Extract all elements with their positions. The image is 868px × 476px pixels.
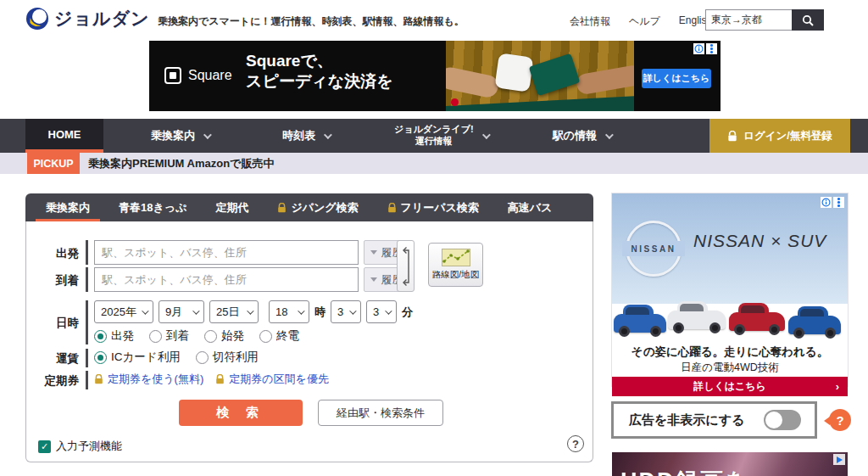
commuter-use-link[interactable]: 定期券を使う(無料) bbox=[94, 372, 203, 387]
year-select[interactable]: 2025年 bbox=[94, 300, 153, 323]
header-links: 会社情報 ヘルプ English bbox=[570, 14, 712, 29]
fare-radios: ICカード利用 切符利用 bbox=[94, 350, 259, 365]
tab-commuter-fare[interactable]: 定期代 bbox=[209, 193, 255, 221]
divider bbox=[86, 349, 88, 367]
square-logo-icon bbox=[164, 67, 181, 84]
time-type-radios: 出発 到着 始発 終電 bbox=[94, 328, 299, 344]
nissan-tagline-1: その姿に心躍る。走りに心奪われる。 bbox=[612, 344, 848, 360]
minute-tens-select[interactable]: 3 bbox=[331, 300, 361, 323]
radio-icon bbox=[94, 351, 107, 364]
radio-arrival[interactable]: 到着 bbox=[149, 328, 189, 344]
link-help[interactable]: ヘルプ bbox=[629, 14, 660, 29]
link-company[interactable]: 会社情報 bbox=[570, 14, 610, 29]
swap-stations-button[interactable] bbox=[397, 240, 415, 292]
radio-icon bbox=[149, 330, 162, 343]
day-select[interactable]: 25日 bbox=[209, 300, 259, 323]
nav-timetable-label: 時刻表 bbox=[282, 128, 315, 143]
radio-last-train[interactable]: 終電 bbox=[259, 328, 299, 344]
tab-zipangu[interactable]: ジパング検索 bbox=[270, 193, 364, 221]
square-cta-button[interactable]: 詳しくはこちら bbox=[642, 69, 711, 88]
tab-highway-bus[interactable]: 高速バス bbox=[501, 193, 559, 221]
square-ad-banner[interactable]: Square Squareで、 スピーディな決済を 詳しくはこちら bbox=[149, 41, 721, 111]
bottom-ad[interactable]: HDD録画を bbox=[612, 452, 848, 476]
radio-ticket[interactable]: 切符利用 bbox=[196, 350, 259, 365]
nissan-ad[interactable]: NISSAN NISSAN × SUV その姿に心躍る。走りに心奪われる。 日産… bbox=[612, 193, 848, 386]
ad-hide-help-icon[interactable]: ? bbox=[829, 409, 851, 431]
tab-zipangu-label: ジパング検索 bbox=[291, 200, 358, 216]
commuter-priority-link[interactable]: 定期券の区間を優先 bbox=[215, 372, 329, 387]
jorudan-logo[interactable]: ジョルダン bbox=[25, 7, 149, 31]
nissan-ad-title: NISSAN × SUV bbox=[693, 231, 826, 251]
nissan-cta-button[interactable]: 詳しくはこちら › bbox=[612, 377, 848, 396]
tab-seishun18[interactable]: 青春18きっぷ bbox=[112, 193, 193, 221]
ad-hide-toggle[interactable] bbox=[764, 410, 801, 430]
chevron-down-icon bbox=[605, 131, 614, 139]
caret-down-icon bbox=[247, 307, 253, 314]
nissan-logo: NISSAN bbox=[626, 221, 682, 277]
caret-down-icon bbox=[349, 307, 356, 314]
nissan-tagline-2: 日産の電動4WD技術 bbox=[612, 361, 848, 375]
predict-label: 入力予測機能 bbox=[56, 439, 122, 454]
via-conditions-button[interactable]: 経由駅・検索条件 bbox=[318, 400, 443, 426]
caret-down-icon bbox=[192, 307, 199, 314]
page: ジョルダン 乗換案内でスマートに！運行情報、時刻表、駅情報、路線情報も。 会社情… bbox=[0, 0, 868, 476]
ad-hide-label: 広告を非表示にする bbox=[629, 412, 744, 428]
radio-icon bbox=[196, 351, 209, 364]
datetime-selects: 2025年 9月 25日 18 時 3 3 分 bbox=[94, 300, 413, 323]
route-map-button[interactable]: 路線図/地図 bbox=[428, 243, 483, 287]
caret-down-icon bbox=[142, 307, 148, 314]
month-select[interactable]: 9月 bbox=[159, 300, 204, 323]
tab-transit[interactable]: 乗換案内 bbox=[39, 193, 97, 221]
ad-menu-icon[interactable] bbox=[706, 43, 717, 54]
nav-timetable[interactable]: 時刻表 bbox=[253, 119, 359, 153]
tab-freepass[interactable]: フリーパス検索 bbox=[381, 193, 486, 221]
square-logo: Square bbox=[164, 67, 232, 84]
adchoices-icon[interactable] bbox=[833, 454, 845, 465]
nav-live-info[interactable]: ジョルダンライブ! 運行情報 bbox=[365, 119, 517, 153]
ad-info-icon[interactable] bbox=[693, 43, 704, 54]
search-tabs: 乗換案内 青春18きっぷ 定期代 ジパング検索 フリーパス検索 高速バス bbox=[25, 193, 593, 221]
hand-right-shape bbox=[576, 64, 634, 95]
car-white bbox=[668, 311, 726, 329]
ad-menu-icon[interactable] bbox=[833, 197, 844, 208]
radio-icon bbox=[259, 330, 272, 343]
nav-home[interactable]: HOME bbox=[25, 119, 103, 153]
pickup-link[interactable]: 乗換案内PREMIUM Amazonで販売中 bbox=[88, 156, 274, 171]
green-card-shape bbox=[529, 53, 581, 96]
minute-ones-select[interactable]: 3 bbox=[366, 300, 397, 323]
search-icon bbox=[802, 14, 814, 26]
ad-info-icon[interactable] bbox=[821, 197, 832, 208]
login-button[interactable]: ログイン/無料登録 bbox=[709, 119, 850, 153]
arrival-input[interactable] bbox=[94, 267, 359, 292]
nav-transit[interactable]: 乗換案内 bbox=[122, 119, 238, 153]
divider bbox=[86, 371, 88, 389]
square-headline: Squareで、 スピーディな決済を bbox=[246, 51, 393, 92]
car-blue-2 bbox=[788, 316, 841, 334]
login-label: ログイン/無料登録 bbox=[743, 129, 832, 143]
nav-station-label: 駅の情報 bbox=[553, 128, 597, 143]
square-brand: Square bbox=[188, 68, 232, 83]
nissan-ad-controls bbox=[821, 197, 844, 208]
site-tagline: 乗換案内でスマートに！運行情報、時刻表、駅情報、路線情報も。 bbox=[158, 14, 465, 29]
nissan-logo-band: NISSAN bbox=[622, 241, 685, 256]
predict-checkbox-row[interactable]: ✓ 入力予測機能 bbox=[38, 439, 122, 454]
radio-ic-card[interactable]: ICカード利用 bbox=[94, 350, 181, 365]
search-button[interactable]: 検 索 bbox=[179, 400, 303, 426]
red-dot-shape bbox=[451, 98, 459, 106]
toggle-knob bbox=[765, 412, 782, 428]
card-reader-shape bbox=[494, 53, 533, 92]
hour-select[interactable]: 18 bbox=[269, 300, 309, 323]
lock-icon bbox=[215, 374, 225, 384]
header-search-input[interactable] bbox=[705, 9, 792, 31]
commuter-links: 定期券を使う(無料) 定期券の区間を優先 bbox=[94, 372, 329, 387]
radio-first-train[interactable]: 始発 bbox=[204, 328, 244, 344]
help-icon[interactable]: ? bbox=[567, 435, 584, 452]
departure-input[interactable] bbox=[94, 240, 359, 265]
bottom-ad-text: HDD録画を bbox=[620, 466, 749, 476]
radio-departure[interactable]: 出発 bbox=[94, 328, 134, 344]
nav-station-info[interactable]: 駅の情報 bbox=[524, 119, 640, 153]
chevron-down-icon bbox=[482, 131, 491, 139]
nav-transit-label: 乗換案内 bbox=[151, 128, 195, 143]
header-search-button[interactable] bbox=[792, 9, 824, 31]
lock-icon bbox=[727, 131, 737, 142]
